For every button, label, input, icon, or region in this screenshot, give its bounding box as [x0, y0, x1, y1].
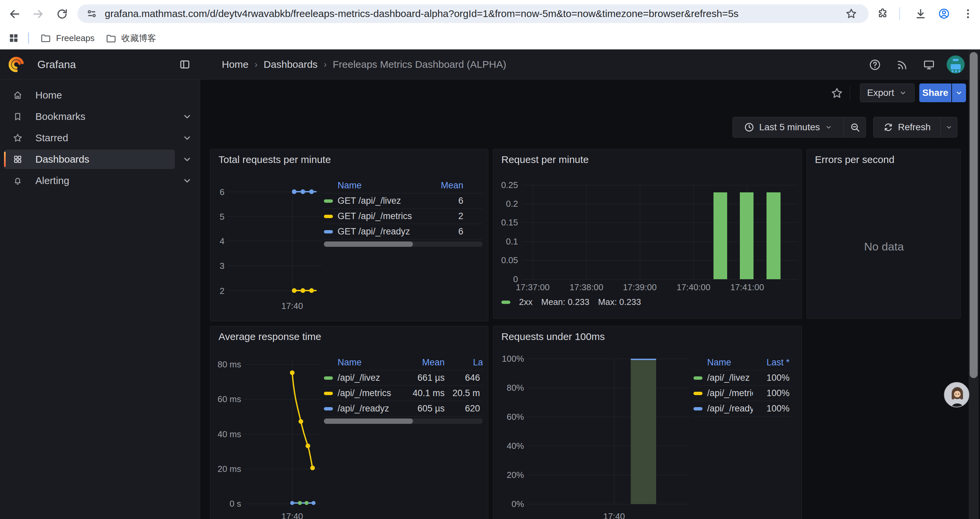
help-icon[interactable]	[869, 58, 881, 71]
bookmark-label[interactable]: 收藏博客	[121, 32, 156, 44]
legend-header-last[interactable]: Last *	[753, 357, 789, 368]
legend-header-name[interactable]: Name	[707, 357, 753, 368]
url-text[interactable]: grafana.mathmast.com/d/deytv4rwavabkb/fr…	[105, 8, 738, 19]
series-name[interactable]: GET /api/_/metrics	[337, 211, 423, 222]
legend-header-name[interactable]: Name	[337, 357, 405, 368]
sidebar-item-starred[interactable]: Starred	[4, 128, 175, 148]
series-color-pill[interactable]	[324, 200, 333, 203]
panel-total-requests-per-minute[interactable]: Total requests per minute 6 5 4 3 2 17:4…	[210, 149, 488, 321]
bar[interactable]	[713, 192, 727, 279]
profile-icon[interactable]	[938, 8, 950, 20]
legend-row[interactable]: /api/_/livez 661 µs 646	[324, 370, 483, 386]
floating-avatar-widget[interactable]	[944, 382, 969, 407]
series-name[interactable]: /api/_/readyz	[707, 404, 753, 414]
legend-scrollbar[interactable]	[324, 418, 483, 424]
sidebar-item-alerting[interactable]: Alerting	[4, 171, 175, 190]
zoom-out-button[interactable]	[844, 117, 866, 137]
panel-requests-under-100ms[interactable]: Requests under 100ms 100% 80% 60% 40% 20…	[493, 326, 802, 519]
chevron-down-icon[interactable]	[181, 111, 193, 122]
series-color-pill[interactable]	[324, 376, 333, 380]
display-icon[interactable]	[923, 58, 935, 71]
legend-row[interactable]: /api/_/readyz 605 µs 620	[324, 401, 483, 417]
share-menu-button[interactable]	[952, 83, 966, 102]
news-rss-icon[interactable]	[896, 58, 908, 71]
bookmark-folder-blogs[interactable]: 收藏博客	[105, 32, 156, 44]
dock-menu-icon[interactable]	[179, 58, 191, 70]
page-scrollbar-thumb[interactable]	[970, 52, 978, 378]
legend-row[interactable]: /api/_/livez 100%	[694, 370, 791, 386]
panel-title[interactable]: Requests under 100ms	[501, 331, 605, 342]
bookmark-folder-freeleaps[interactable]: Freeleaps	[40, 32, 95, 44]
series-color-pill[interactable]	[694, 376, 703, 380]
reload-icon[interactable]	[56, 8, 68, 20]
export-button[interactable]: Export	[860, 83, 915, 102]
series-color-pill[interactable]	[324, 407, 333, 410]
series-name[interactable]: 2xx	[519, 297, 532, 307]
series-name[interactable]: /api/_/livez	[707, 373, 753, 383]
series-color-pill[interactable]	[501, 300, 510, 304]
refresh-interval-button[interactable]	[941, 117, 957, 137]
legend-header-mean[interactable]: Mean	[405, 357, 445, 368]
legend-row[interactable]: GET /api/_/readyz 6	[324, 224, 483, 240]
toolbar-divider	[850, 86, 850, 101]
series-name[interactable]: /api/_/metrics	[337, 388, 405, 398]
series-name[interactable]: GET /api/_/livez	[337, 196, 423, 206]
series-name[interactable]: /api/_/livez	[337, 373, 405, 383]
panel-errors-per-second[interactable]: Errors per second No data	[807, 149, 961, 319]
legend-row[interactable]: /api/_/readyz 100%	[694, 401, 791, 417]
series-color-pill[interactable]	[694, 392, 703, 395]
chevron-down-icon[interactable]	[181, 175, 193, 186]
breadcrumb-dashboards[interactable]: Dashboards	[264, 59, 318, 70]
sidebar-item-bookmarks[interactable]: Bookmarks	[4, 107, 175, 126]
bookmark-label[interactable]: Freeleaps	[56, 33, 95, 43]
series-name[interactable]: GET /api/_/readyz	[337, 227, 423, 237]
bookmark-star-icon[interactable]	[845, 8, 857, 20]
favorite-star-icon[interactable]	[830, 87, 843, 99]
legend-row[interactable]: GET /api/_/livez 6	[324, 193, 483, 209]
series-color-pill[interactable]	[324, 392, 333, 395]
x-tick-label: 17:40:00	[670, 282, 717, 292]
series-color-pill[interactable]	[324, 230, 333, 233]
series-name[interactable]: /api/_/metrics	[707, 388, 753, 398]
sidebar-item-label: Bookmarks	[35, 111, 85, 122]
downloads-icon[interactable]	[915, 8, 927, 20]
export-label: Export	[867, 88, 894, 98]
site-settings-icon[interactable]	[86, 8, 97, 19]
area-series[interactable]	[631, 359, 656, 504]
panel-title[interactable]: Request per minute	[501, 154, 589, 165]
forward-icon[interactable]	[32, 8, 44, 20]
legend-header-mean[interactable]: Mean	[423, 180, 463, 191]
legend[interactable]: 2xx Mean: 0.233 Max: 0.233	[501, 297, 641, 307]
breadcrumb-home[interactable]: Home	[222, 59, 248, 70]
legend-scrollbar[interactable]	[324, 241, 483, 247]
panel-average-response-time[interactable]: Average response time 80 ms 60 ms 40 ms …	[210, 326, 488, 519]
legend-row[interactable]: /api/_/metrics 100%	[694, 386, 791, 401]
apps-grid-icon[interactable]	[8, 32, 19, 44]
url-bar[interactable]: grafana.mathmast.com/d/deytv4rwavabkb/fr…	[77, 4, 869, 23]
series-color-pill[interactable]	[324, 215, 333, 218]
sidebar-item-dashboards[interactable]: Dashboards	[4, 150, 175, 169]
sidebar-item-home[interactable]: Home	[4, 86, 175, 105]
bar[interactable]	[740, 192, 754, 279]
time-range-picker[interactable]: Last 5 minutes	[732, 117, 844, 137]
bar[interactable]	[767, 192, 781, 279]
series-name[interactable]: /api/_/readyz	[337, 404, 405, 414]
panel-request-per-minute[interactable]: Request per minute 0.25 0.2 0.15 0.1 0.0…	[493, 149, 802, 319]
legend-header-last[interactable]: Last *	[473, 357, 483, 368]
share-button[interactable]: Share	[919, 83, 951, 102]
back-icon[interactable]	[9, 8, 21, 20]
series-max: Max: 0.233	[598, 297, 641, 307]
legend-row[interactable]: GET /api/_/metrics 2	[324, 209, 483, 224]
series-color-pill[interactable]	[694, 407, 703, 410]
chevron-down-icon[interactable]	[181, 153, 193, 165]
extensions-icon[interactable]	[877, 8, 889, 20]
refresh-button[interactable]: Refresh	[873, 117, 941, 137]
chevron-down-icon[interactable]	[181, 132, 193, 144]
browser-menu-icon[interactable]	[962, 8, 974, 20]
user-avatar[interactable]	[947, 56, 965, 73]
grafana-logo[interactable]	[9, 57, 24, 72]
legend-row[interactable]: /api/_/metrics 40.1 ms 20.5 m	[324, 386, 483, 401]
y-tick-label: 0.05	[493, 255, 518, 265]
legend-header-name[interactable]: Name	[337, 180, 423, 191]
panel-title[interactable]: Errors per second	[815, 154, 894, 165]
